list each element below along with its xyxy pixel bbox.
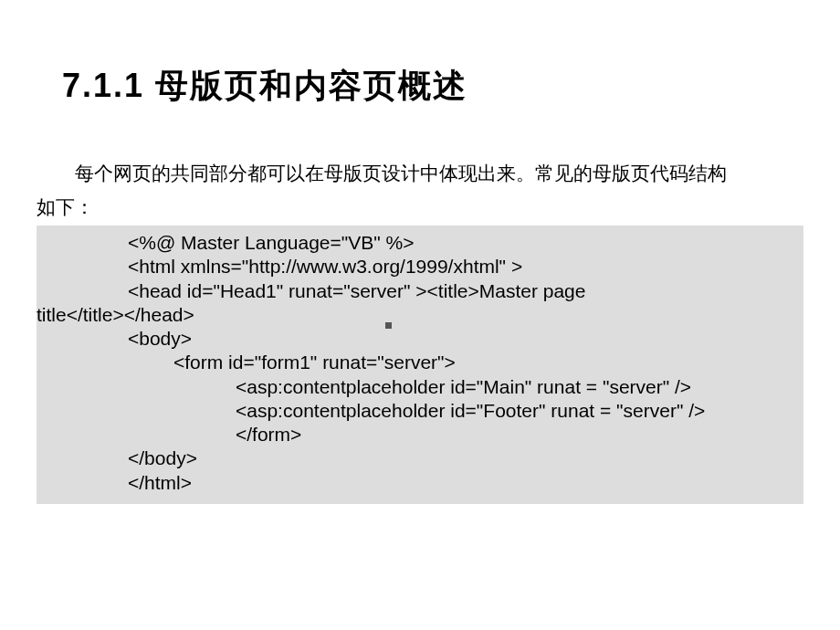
code-line: <body> — [37, 327, 803, 351]
slide-title: 7.1.1 母版页和内容页概述 — [62, 64, 803, 109]
slide-content: 7.1.1 母版页和内容页概述 每个网页的共同部分都可以在母版页设计中体现出来。… — [0, 0, 840, 541]
code-line: <form id="form1" runat="server"> — [37, 351, 803, 374]
code-example-block: <%@ Master Language="VB" %> <html xmlns=… — [37, 226, 803, 504]
code-line: title</title></head> — [37, 303, 803, 327]
code-line: <%@ Master Language="VB" %> — [37, 231, 803, 255]
code-line: <html xmlns="http://www.w3.org/1999/xhtm… — [37, 255, 803, 278]
cursor-marker — [385, 322, 392, 329]
code-line: </html> — [37, 471, 803, 495]
code-line: <asp:contentplaceholder id="Footer" runa… — [37, 399, 803, 423]
code-line: <asp:contentplaceholder id="Main" runat … — [37, 375, 803, 399]
code-line: </form> — [37, 423, 803, 446]
intro-paragraph-line2: 如下： — [37, 193, 803, 222]
intro-paragraph-line1: 每个网页的共同部分都可以在母版页设计中体现出来。常见的母版页代码结构 — [37, 159, 803, 188]
code-line: <head id="Head1" runat="server" ><title>… — [37, 279, 803, 303]
code-line: </body> — [37, 446, 803, 470]
